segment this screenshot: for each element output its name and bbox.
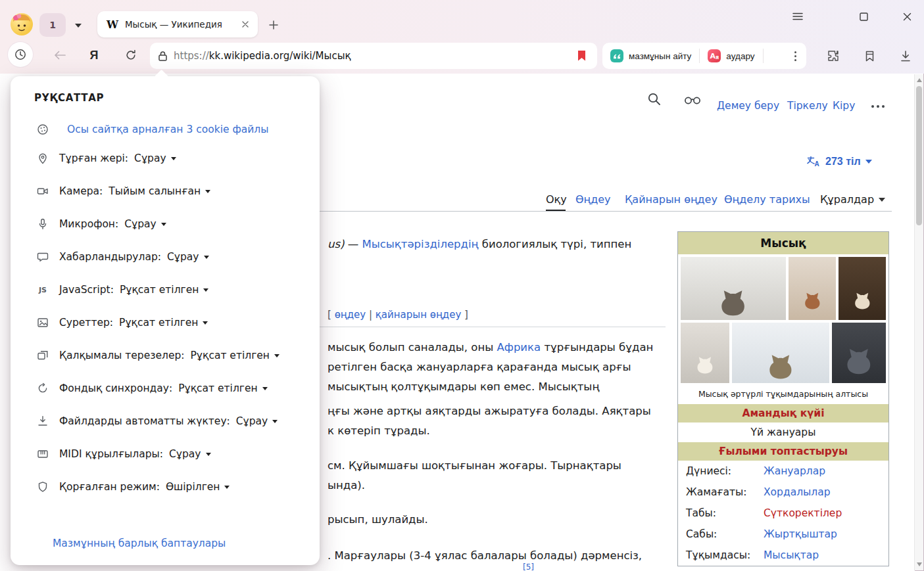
permission-row-midi: MIDI құрылғылары: Сұрау <box>37 438 320 470</box>
donate-link[interactable]: Демеу беру <box>717 100 779 112</box>
protected-mode-permission-dropdown[interactable]: Өшірілген <box>166 481 230 493</box>
location-icon <box>37 152 49 164</box>
appearance-icon[interactable] <box>684 95 701 105</box>
reload-button[interactable] <box>121 46 141 64</box>
tab-history[interactable]: Өңделу тарихы <box>724 193 810 206</box>
phylum-link[interactable]: Хордалылар <box>764 486 831 498</box>
permission-row-background-sync: Фондық синхрондау: Рұқсат етілген <box>37 372 320 405</box>
extensions-button[interactable] <box>822 45 844 67</box>
url-path: kk.wikipedia.org/wiki/Мысық <box>209 50 351 62</box>
all-content-settings-link[interactable]: Мазмұнның барлық баптаулары <box>53 537 226 549</box>
edit-source-section-link[interactable]: қайнарын өңдеу <box>376 309 462 321</box>
scroll-down-arrow-icon[interactable] <box>917 562 922 566</box>
plus-icon <box>269 20 278 30</box>
history-button[interactable] <box>8 42 33 67</box>
maximize-button[interactable] <box>852 7 875 26</box>
tab-edit[interactable]: Өңдеу <box>575 193 611 206</box>
avatar-face-icon <box>11 13 33 35</box>
caret-down-icon <box>203 288 208 292</box>
paragraph-line: рысып, шулайды. <box>328 513 428 526</box>
paragraph-line: ретілген басқа жануарларға қарағанда мыс… <box>328 361 631 373</box>
tab-close-icon[interactable] <box>239 18 251 30</box>
address-bar-menu-button[interactable] <box>784 43 806 69</box>
yandex-logo-icon: Я <box>90 49 99 62</box>
paragraph-line: мысықтың қолтұқымдары көп емес. Мысықтың <box>328 380 599 393</box>
kebab-icon <box>794 51 796 53</box>
cookies-row[interactable]: Осы сайтқа арналған 3 cookie файлы <box>37 124 320 135</box>
translate-label: аудару <box>726 51 754 61</box>
notifications-permission-dropdown[interactable]: Сұрау <box>167 251 209 263</box>
scrollbar-thumb[interactable] <box>916 86 922 225</box>
browser-window: { "tabs_bar": { "group_badge": "1", "tab… <box>0 0 924 571</box>
translate-icon-letter-small: я <box>716 55 719 60</box>
cat-photo-tabby-lying[interactable] <box>681 257 786 320</box>
reference-5-link[interactable]: [5] <box>523 562 534 571</box>
tab-tools[interactable]: Құралдар <box>820 193 885 206</box>
taxonomy-rank: Дүниесі: <box>686 465 764 477</box>
new-tab-button[interactable] <box>264 16 283 34</box>
images-icon <box>37 317 49 329</box>
tab-edit-source[interactable]: Қайнарын өңдеу <box>625 193 717 206</box>
tab-group-badge[interactable]: 1 <box>39 13 66 37</box>
edit-section-link[interactable]: өңдеу <box>335 309 366 321</box>
read-aloud-button[interactable]: мазмұнын айту <box>602 43 699 69</box>
translate-button[interactable]: Aя аудару <box>700 43 762 69</box>
tab-read[interactable]: Оқу <box>546 193 567 206</box>
felidae-link[interactable]: Мысықтәрізділердің <box>362 238 479 250</box>
class-link[interactable]: Сүткоректілер <box>764 507 842 519</box>
cookies-link[interactable]: Осы сайтқа арналған 3 cookie файлы <box>67 124 268 135</box>
language-selector-button[interactable]: A 273 тіл <box>806 155 872 168</box>
popups-permission-dropdown[interactable]: Рұқсат етілген <box>191 350 280 361</box>
search-icon[interactable] <box>647 92 662 106</box>
window-menu-button[interactable] <box>787 7 809 26</box>
scroll-up-arrow-icon[interactable] <box>917 78 922 82</box>
taxonomy-row: Тұқымдасы: Мысықтар <box>678 545 888 566</box>
close-window-button[interactable] <box>896 7 918 26</box>
address-bar[interactable]: https://kk.wikipedia.org/wiki/Мысық <box>150 43 597 69</box>
kingdom-link[interactable]: Жануарлар <box>764 465 825 477</box>
permission-row-popups: Қалқымалы терезелер: Рұқсат етілген <box>37 339 320 372</box>
back-button[interactable] <box>50 46 70 64</box>
wikipedia-favicon: W <box>107 18 118 31</box>
images-permission-dropdown[interactable]: Рұқсат етілген <box>119 317 208 329</box>
profile-avatar[interactable] <box>11 13 33 35</box>
paragraph-line: . Марғаулары (3-4 ұялас балалары болады)… <box>328 549 642 562</box>
collections-button[interactable] <box>858 45 881 67</box>
read-aloud-icon <box>610 49 623 62</box>
order-link[interactable]: Жыртқыштар <box>764 528 837 540</box>
cat-photo-gray-closeup[interactable] <box>832 323 886 383</box>
family-link[interactable]: Мысықтар <box>764 549 819 561</box>
location-permission-dropdown[interactable]: Сұрау <box>134 152 176 164</box>
tab-group-chevron-button[interactable] <box>68 17 88 34</box>
classification-header: Ғылыми топтастыруы <box>678 442 888 461</box>
midi-permission-dropdown[interactable]: Сұрау <box>169 448 211 460</box>
page-scrollbar[interactable] <box>914 74 923 570</box>
browser-toolbar: Я https://kk.wikipedia.org/wiki/Мысық <box>0 41 924 74</box>
browser-tab-wikipedia[interactable]: W Мысық — Уикипедия <box>97 11 258 37</box>
cat-photo-white-orange[interactable] <box>839 257 886 320</box>
register-link[interactable]: Тіркелу <box>787 100 828 112</box>
caret-down-icon <box>161 223 166 226</box>
more-options-icon[interactable] <box>871 105 885 108</box>
site-lock-icon[interactable] <box>158 51 174 62</box>
toolbar-actions-pill: мазмұнын айту Aя аудару <box>602 43 806 69</box>
cat-photo-abyssinian[interactable] <box>789 257 836 320</box>
tab-group-count: 1 <box>49 20 56 30</box>
shield-icon <box>37 481 49 493</box>
camera-permission-dropdown[interactable]: Тыйым салынған <box>109 185 210 197</box>
downloads-button[interactable] <box>894 45 917 67</box>
microphone-permission-dropdown[interactable]: Сұрау <box>124 218 166 230</box>
javascript-permission-dropdown[interactable]: Рұқсат етілген <box>120 284 208 296</box>
cat-photo-siamese[interactable] <box>681 323 729 383</box>
login-link[interactable]: Кіру <box>833 100 855 112</box>
reload-icon <box>125 49 137 61</box>
yandex-button[interactable]: Я <box>84 46 104 64</box>
language-icon-letter: A <box>815 160 819 168</box>
background-sync-permission-dropdown[interactable]: Рұқсат етілген <box>178 382 267 394</box>
africa-link[interactable]: Африка <box>497 341 541 354</box>
taxonomy-row: Жамағаты: Хордалылар <box>678 482 888 503</box>
auto-download-permission-dropdown[interactable]: Сұрау <box>236 415 278 427</box>
cat-photo-tabby-snow[interactable] <box>732 323 829 383</box>
caret-down-icon <box>274 354 280 357</box>
bookmark-flag-button[interactable] <box>573 51 589 61</box>
